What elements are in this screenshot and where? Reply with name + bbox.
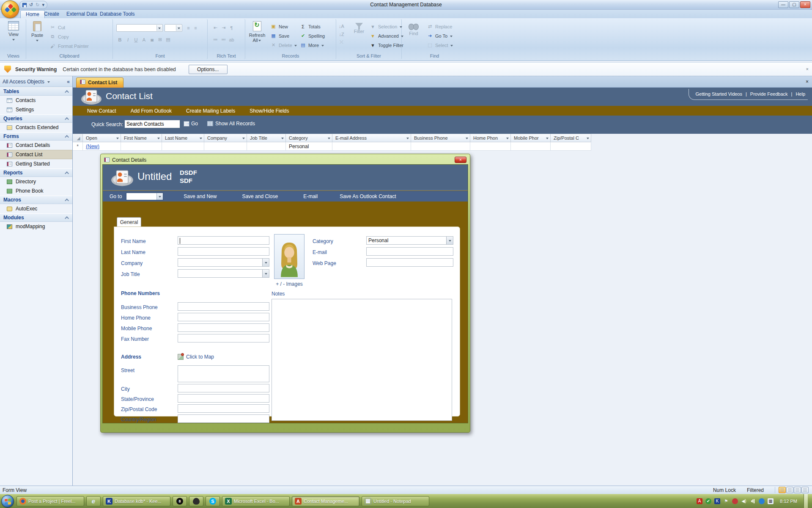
keepass-tray-icon[interactable]: K [714, 498, 720, 504]
show-hide-fields-link[interactable]: Show/Hide Fields [250, 108, 289, 114]
cell-business-phone[interactable] [411, 142, 470, 151]
fax-number-input[interactable] [178, 334, 269, 342]
category-combo[interactable]: Personal [366, 236, 453, 245]
column-dropdown-icon[interactable] [545, 136, 549, 140]
job-title-combo[interactable] [178, 269, 269, 278]
business-phone-input[interactable] [178, 302, 269, 311]
last-name-input[interactable] [178, 247, 269, 256]
notes-input[interactable] [272, 299, 452, 421]
cell-home-phone[interactable] [470, 142, 511, 151]
nav-item-modmapping[interactable]: modMapping [0, 222, 72, 231]
nav-group-tables[interactable]: Tables [0, 87, 72, 96]
help-link[interactable]: Help [796, 91, 805, 97]
advanced-button[interactable]: ▼Advanced [369, 32, 404, 40]
new-record-row[interactable]: * (New) Personal [73, 142, 812, 151]
refresh-all-button[interactable]: Refresh All [248, 21, 266, 43]
save-record-button[interactable]: ▦Save [270, 32, 289, 40]
nav-item-settings[interactable]: Settings [0, 105, 72, 114]
taskbar-button-eightball[interactable]: 8 [173, 496, 187, 506]
new-record-button[interactable]: ▣New [270, 22, 288, 30]
dropdown-arrow-icon[interactable] [262, 270, 269, 277]
taskbar-button-firefox[interactable]: Post a Project | Freel... [16, 496, 84, 506]
column-dropdown-icon[interactable] [115, 136, 119, 140]
nav-item-getting-started[interactable]: Getting Started [0, 159, 72, 168]
maximize-button[interactable]: ▢ [789, 1, 799, 8]
adobe-tray-icon[interactable]: A [697, 498, 702, 504]
column-header-first-name[interactable]: First Name [121, 134, 162, 142]
totals-button[interactable]: ΣTotals [299, 22, 321, 30]
volume-tray-icon[interactable]: ◀) [741, 498, 747, 504]
start-button[interactable] [1, 495, 14, 508]
calendar-tray-icon[interactable]: ▦ [768, 498, 774, 504]
nav-item-autoexec[interactable]: AutoExec [0, 204, 72, 213]
column-header-company[interactable]: Company [204, 134, 247, 142]
column-header-job-title[interactable]: Job Title [247, 134, 286, 142]
dialog-close-button[interactable]: × [455, 157, 466, 163]
contact-photo-frame[interactable] [274, 234, 304, 279]
quick-search-input[interactable] [124, 120, 180, 128]
add-from-outlook-link[interactable]: Add From Outlook [131, 108, 172, 114]
nav-pane-dropdown-icon[interactable] [47, 80, 51, 83]
go-button[interactable]: Go [184, 121, 198, 127]
column-header-email[interactable]: E-mail Address [332, 134, 411, 142]
taskbar-button-keepass[interactable]: KDatabase.kdb* - Kee... [103, 496, 170, 506]
column-header-business-phone[interactable]: Business Phone [411, 134, 470, 142]
network-tray-icon[interactable] [750, 498, 756, 504]
update-tray-icon[interactable] [732, 498, 738, 504]
view-dropdown-icon[interactable] [12, 38, 16, 41]
save-and-new-link[interactable]: Save and New [184, 193, 217, 199]
nav-item-contacts-extended[interactable]: Contacts Extended [0, 123, 72, 132]
column-dropdown-icon[interactable] [199, 136, 203, 140]
column-dropdown-icon[interactable] [465, 136, 469, 140]
tab-create[interactable]: Create [39, 10, 64, 18]
street-input[interactable] [178, 365, 269, 382]
home-phone-input[interactable] [178, 313, 269, 321]
column-dropdown-icon[interactable] [280, 136, 284, 140]
column-header-mobile-phone[interactable]: Mobile Phor [511, 134, 551, 142]
nav-item-directory[interactable]: Directory [0, 177, 72, 186]
create-mailing-labels-link[interactable]: Create Mailing Labels [186, 108, 235, 114]
cell-zip[interactable] [551, 142, 591, 151]
antivirus-tray-icon[interactable]: ✔ [705, 498, 711, 504]
spelling-button[interactable]: ✔Spelling [299, 32, 325, 40]
close-button[interactable]: × [800, 1, 810, 8]
column-header-home-phone[interactable]: Home Phon [470, 134, 511, 142]
security-close-icon[interactable]: × [806, 66, 809, 72]
column-dropdown-icon[interactable] [241, 136, 245, 140]
messenger-tray-icon[interactable] [759, 498, 765, 504]
city-input[interactable] [178, 384, 269, 392]
column-dropdown-icon[interactable] [406, 136, 409, 140]
show-all-records-button[interactable]: Show All Records [207, 121, 255, 127]
flag-tray-icon[interactable]: ⚑ [723, 498, 729, 504]
tab-database-tools[interactable]: Database Tools [95, 10, 140, 18]
column-header-open[interactable]: Open [83, 134, 121, 142]
goto-button[interactable]: ➜Go To [426, 32, 453, 40]
country-input[interactable] [178, 414, 269, 423]
more-button[interactable]: ▤More [299, 41, 324, 49]
zip-input[interactable] [178, 404, 269, 413]
nav-pane-collapse-icon[interactable]: « [67, 79, 70, 85]
tab-general[interactable]: General [117, 217, 141, 227]
column-dropdown-icon[interactable] [505, 136, 509, 140]
state-input[interactable] [178, 394, 269, 403]
office-button[interactable] [1, 0, 19, 18]
toggle-filter-button[interactable]: ▼Toggle Filter [369, 41, 403, 49]
nav-group-macros[interactable]: Macros [0, 196, 72, 204]
datasheet-view-button[interactable] [786, 487, 793, 493]
click-to-map-link[interactable]: Click to Map [178, 354, 214, 360]
dialog-titlebar[interactable]: Contact Details × [102, 155, 468, 164]
new-contact-link[interactable]: New Contact [87, 108, 116, 114]
nav-pane-header[interactable]: All Access Objects « [0, 76, 72, 87]
paste-button[interactable]: Paste [28, 21, 47, 43]
email-input[interactable] [366, 247, 453, 256]
nav-item-phone-book[interactable]: Phone Book [0, 186, 72, 196]
nav-item-contacts[interactable]: Contacts [0, 96, 72, 105]
taskbar-button-skype[interactable]: S [206, 496, 220, 506]
row-selector-header[interactable]: ◢ [73, 134, 83, 142]
design-view-button[interactable] [801, 487, 809, 493]
getting-started-videos-link[interactable]: Getting Started Videos [696, 91, 742, 97]
save-as-outlook-contact-link[interactable]: Save As Outlook Contact [340, 193, 396, 199]
column-header-zip[interactable]: Zip/Postal C [551, 134, 591, 142]
column-dropdown-icon[interactable] [156, 136, 160, 140]
document-tab-contact-list[interactable]: Contact List [76, 77, 123, 88]
